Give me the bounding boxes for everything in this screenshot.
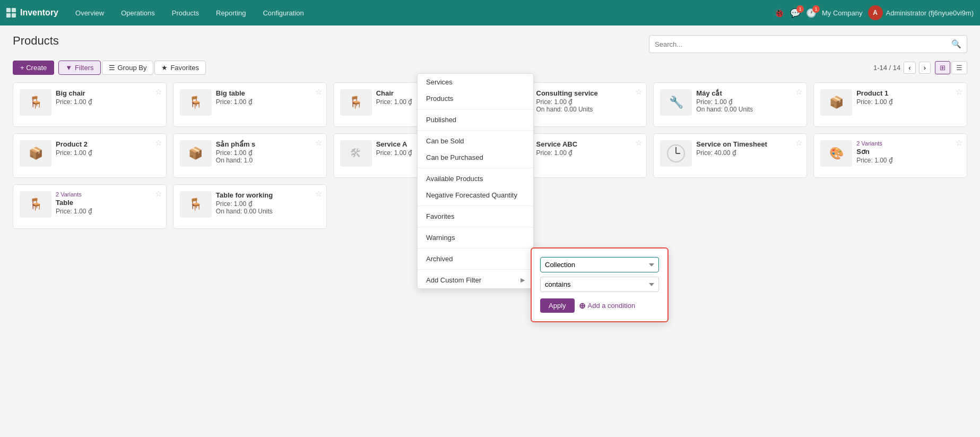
filter-item-negative-forecasted[interactable]: Negative Forecasted Quantity — [418, 187, 533, 203]
grid-view-button[interactable]: ⊞ — [935, 61, 950, 74]
product-price: Price: 1.00 ₫ — [56, 98, 160, 106]
product-name: Big table — [216, 89, 320, 97]
product-info: Product 1 Price: 1.00 ₫ — [856, 89, 960, 120]
favorite-button[interactable]: ☆ — [795, 87, 802, 97]
dropdown-divider — [418, 205, 533, 206]
dropdown-divider — [418, 227, 533, 227]
product-image: 📦 — [180, 140, 212, 167]
filter-item-available[interactable]: Available Products — [418, 170, 533, 187]
favorite-button[interactable]: ☆ — [155, 189, 162, 199]
nav-overview[interactable]: Overview — [67, 0, 112, 25]
nav-products[interactable]: Products — [163, 0, 207, 25]
favorite-button[interactable]: ☆ — [315, 189, 322, 199]
dropdown-divider — [418, 168, 533, 168]
product-info: Service ABC Price: 1.00 ₫ — [536, 140, 640, 171]
favorite-button[interactable]: ☆ — [315, 87, 322, 97]
product-name: Máy cắt — [696, 89, 800, 97]
product-name: Big chair — [56, 89, 160, 97]
view-toggle: ⊞ ☰ — [935, 61, 967, 74]
favorite-button[interactable]: ☆ — [635, 138, 642, 148]
product-card[interactable]: 🪑 2 Variants Table Price: 1.00 ₫ ☆ — [13, 184, 167, 229]
filter-item-services[interactable]: Services — [418, 74, 533, 90]
favorites-button[interactable]: ★ Favorites — [154, 61, 205, 75]
topnav-menu: Overview Operations Products Reporting C… — [67, 0, 774, 25]
filter-item-can-be-sold[interactable]: Can be Sold — [418, 133, 533, 149]
product-price: Price: 1.00 ₫ — [536, 149, 640, 157]
product-image: 📦 — [20, 140, 51, 167]
product-image: 🪑 — [20, 89, 51, 116]
user-avatar: A — [868, 5, 883, 20]
product-card[interactable]: 🪑 Big table Price: 1.00 ₫ ☆ — [173, 82, 327, 127]
product-name: Table for working — [216, 191, 320, 199]
nav-operations[interactable]: Operations — [112, 0, 163, 25]
favorite-button[interactable]: ☆ — [635, 87, 642, 97]
create-button[interactable]: + Create — [13, 61, 54, 75]
product-card[interactable]: 🪑 Table for working Price: 1.00 ₫ On han… — [173, 184, 327, 229]
product-name: Service on Timesheet — [696, 140, 800, 148]
product-image: 🪑 — [20, 191, 51, 218]
favorite-button[interactable]: ☆ — [956, 87, 962, 97]
product-info: 2 Variants Table Price: 1.00 ₫ — [56, 191, 160, 222]
product-name: Consulting service — [536, 89, 640, 97]
product-card[interactable]: 🎨 2 Variants Sơn Price: 1.00 ₫ ☆ — [813, 133, 967, 178]
product-price: Price: 1.00 ₫ — [216, 149, 320, 157]
product-card[interactable]: 🔧 Máy cắt Price: 1.00 ₫ On hand: 0.00 Un… — [653, 82, 807, 127]
nav-configuration[interactable]: Configuration — [254, 0, 312, 25]
app-logo[interactable]: Inventory — [6, 8, 58, 18]
product-price: Price: 1.00 ₫ — [56, 208, 160, 215]
product-stock: On hand: 1.0 — [216, 157, 320, 164]
company-selector[interactable]: My Company — [822, 9, 863, 17]
favorite-button[interactable]: ☆ — [795, 138, 802, 148]
product-card[interactable]: 🪑 Big chair Price: 1.00 ₫ ☆ — [13, 82, 167, 127]
page-title: Products — [13, 34, 59, 48]
filter-item-favorites[interactable]: Favorites — [418, 208, 533, 225]
product-card[interactable]: 📦 Product 1 Price: 1.00 ₫ ☆ — [813, 82, 967, 127]
product-info: Consulting service Price: 1.00 ₫ On hand… — [536, 89, 640, 120]
pagination-range: 1-14 / 14 — [873, 64, 900, 72]
bug-icon[interactable]: 🐞 — [774, 7, 785, 19]
nav-reporting[interactable]: Reporting — [207, 0, 254, 25]
product-info: Sản phẩm s Price: 1.00 ₫ On hand: 1.0 — [216, 140, 320, 171]
list-view-button[interactable]: ☰ — [951, 61, 967, 74]
search-input[interactable] — [655, 40, 951, 48]
product-stock: On hand: 0.00 Units — [536, 106, 640, 113]
product-variants: 2 Variants — [856, 140, 960, 147]
pagination: 1-14 / 14 ‹ › — [873, 62, 931, 74]
product-name: Product 1 — [856, 89, 960, 97]
product-name: Table — [56, 199, 160, 207]
favorite-button[interactable]: ☆ — [155, 87, 162, 97]
product-price: Price: 1.00 ₫ — [856, 157, 960, 164]
product-card[interactable]: 📦 Sản phẩm s Price: 1.00 ₫ On hand: 1.0 … — [173, 133, 327, 178]
search-icon[interactable]: 🔍 — [951, 39, 961, 49]
next-page-button[interactable]: › — [919, 62, 931, 74]
filters-button[interactable]: ▼ Filters — [58, 61, 100, 75]
product-info: Big chair Price: 1.00 ₫ — [56, 89, 160, 120]
favorite-button[interactable]: ☆ — [956, 138, 962, 148]
product-price: Price: 1.00 ₫ — [536, 98, 640, 106]
product-card[interactable]: Service on Timesheet Price: 40.00 ₫ ☆ — [653, 133, 807, 178]
product-stock: On hand: 0.00 Units — [696, 106, 800, 113]
search-bar[interactable]: 🔍 — [649, 35, 967, 53]
filter-item-published[interactable]: Published — [418, 112, 533, 128]
prev-page-button[interactable]: ‹ — [904, 62, 915, 74]
favorite-button[interactable]: ☆ — [155, 138, 162, 148]
filter-item-warnings[interactable]: Warnings — [418, 229, 533, 237]
activity-badge: 1 — [812, 5, 820, 13]
user-menu[interactable]: A Administrator (fj6nyue0vi9m) — [868, 5, 974, 20]
activity-icon[interactable]: 🕐 1 — [806, 8, 817, 18]
group-by-button[interactable]: ☰ Group By — [102, 61, 154, 75]
grid-icon — [6, 8, 16, 18]
product-info: Máy cắt Price: 1.00 ₫ On hand: 0.00 Unit… — [696, 89, 800, 120]
favorite-button[interactable]: ☆ — [315, 138, 322, 148]
product-image: 🔧 — [660, 89, 692, 116]
filter-dropdown: Services Products Published Can be Sold … — [417, 73, 534, 237]
filter-item-products[interactable]: Products — [418, 90, 533, 107]
product-info: Product 2 Price: 1.00 ₫ — [56, 140, 160, 171]
chat-icon[interactable]: 💬 1 — [790, 8, 801, 18]
product-image: 🪑 — [180, 191, 212, 218]
filter-item-can-be-purchased[interactable]: Can be Purchased — [418, 149, 533, 166]
product-image — [660, 140, 692, 167]
product-card[interactable]: 📦 Product 2 Price: 1.00 ₫ ☆ — [13, 133, 167, 178]
product-name: Product 2 — [56, 140, 160, 148]
dropdown-divider — [418, 130, 533, 131]
